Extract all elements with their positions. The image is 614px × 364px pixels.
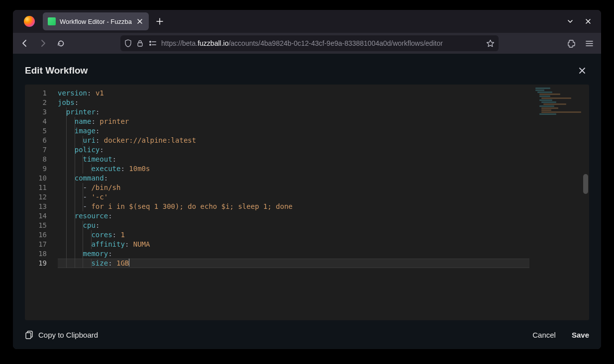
svg-point-1 bbox=[149, 41, 151, 43]
tab-title: Workflow Editor - Fuzzba bbox=[60, 18, 132, 25]
code-line: timeout: bbox=[58, 155, 589, 164]
code-line: printer: bbox=[58, 107, 589, 117]
new-tab-button[interactable] bbox=[152, 13, 168, 29]
browser-window: Workflow Editor - Fuzzba bbox=[13, 10, 601, 349]
close-dialog-button[interactable] bbox=[575, 64, 589, 78]
copy-label: Copy to Clipboard bbox=[38, 331, 98, 339]
code-line: memory: bbox=[58, 249, 589, 259]
page-content: Edit Workflow 12345678910111213141516171… bbox=[13, 54, 601, 349]
list-all-tabs-button[interactable] bbox=[563, 14, 577, 28]
minimap[interactable] bbox=[535, 88, 580, 117]
close-tab-button[interactable] bbox=[136, 17, 144, 25]
svg-rect-2 bbox=[152, 41, 156, 42]
url-bar[interactable]: https://beta.fuzzball.io/accounts/4ba982… bbox=[120, 35, 499, 51]
svg-rect-4 bbox=[152, 44, 156, 45]
nav-toolbar: https://beta.fuzzball.io/accounts/4ba982… bbox=[13, 33, 601, 54]
code-line: size: 1GB bbox=[58, 259, 589, 268]
scrollbar-thumb[interactable] bbox=[583, 174, 588, 194]
svg-point-3 bbox=[149, 44, 151, 46]
code-line: version: v1 bbox=[58, 89, 589, 98]
code-area[interactable]: version: v1jobs: printer: name: printer … bbox=[54, 85, 589, 320]
firefox-logo-icon bbox=[24, 16, 35, 27]
code-editor[interactable]: 12345678910111213141516171819 version: v… bbox=[25, 85, 589, 320]
bookmark-icon[interactable] bbox=[486, 39, 495, 48]
code-line: resource: bbox=[58, 211, 589, 221]
svg-rect-6 bbox=[26, 333, 31, 339]
save-button[interactable]: Save bbox=[572, 331, 589, 339]
scrollbar-track[interactable] bbox=[582, 85, 589, 320]
text-cursor bbox=[129, 259, 129, 267]
close-window-button[interactable] bbox=[581, 14, 595, 28]
tab-strip: Workflow Editor - Fuzzba bbox=[13, 10, 601, 33]
code-line: cores: 1 bbox=[58, 230, 589, 240]
shield-icon[interactable] bbox=[124, 39, 132, 47]
code-line: - for i in $(seq 1 300); do echo $i; sle… bbox=[58, 202, 589, 211]
clipboard-icon bbox=[25, 330, 33, 339]
permissions-icon[interactable] bbox=[148, 40, 157, 47]
code-line: uri: docker://alpine:latest bbox=[58, 136, 589, 145]
code-line: execute: 10m0s bbox=[58, 164, 589, 174]
code-line: name: printer bbox=[58, 117, 589, 126]
code-line: - '-c' bbox=[58, 192, 589, 202]
code-line: affinity: NUMA bbox=[58, 240, 589, 249]
forward-button[interactable] bbox=[35, 35, 51, 51]
browser-tab[interactable]: Workflow Editor - Fuzzba bbox=[43, 12, 149, 30]
copy-to-clipboard-button[interactable]: Copy to Clipboard bbox=[25, 330, 98, 339]
code-line: jobs: bbox=[58, 98, 589, 107]
code-line: policy: bbox=[58, 145, 589, 155]
url-text: https://beta.fuzzball.io/accounts/4ba982… bbox=[161, 39, 482, 47]
tab-favicon-icon bbox=[48, 17, 56, 25]
lock-icon[interactable] bbox=[137, 40, 143, 47]
code-line: command: bbox=[58, 174, 589, 183]
extensions-button[interactable] bbox=[563, 35, 579, 51]
line-number-gutter: 12345678910111213141516171819 bbox=[25, 85, 54, 320]
code-line: image: bbox=[58, 126, 589, 136]
reload-button[interactable] bbox=[53, 35, 69, 51]
firefox-app-icon[interactable] bbox=[16, 10, 43, 33]
svg-rect-0 bbox=[138, 43, 142, 46]
app-menu-button[interactable] bbox=[581, 35, 597, 51]
back-button[interactable] bbox=[17, 35, 33, 51]
code-line: cpu: bbox=[58, 221, 589, 230]
page-title: Edit Workflow bbox=[25, 65, 88, 76]
code-line: - /bin/sh bbox=[58, 183, 589, 192]
cancel-button[interactable]: Cancel bbox=[532, 331, 556, 339]
